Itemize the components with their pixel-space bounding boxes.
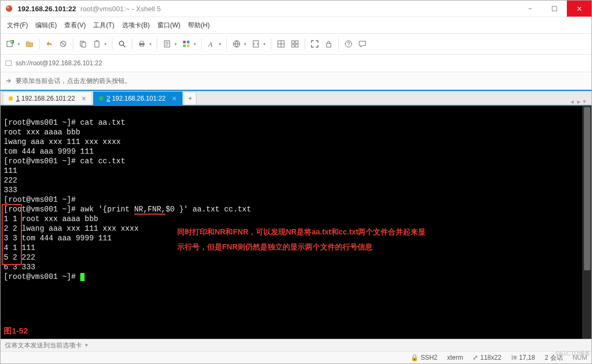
send-mode-text[interactable]: 仅将文本发送到当前选项卡 xyxy=(5,341,82,350)
address-text[interactable]: ssh://root@192.168.26.101:22 xyxy=(16,59,102,67)
tab-close-icon[interactable]: ✕ xyxy=(172,95,177,102)
status-size: ⤢118x22 xyxy=(473,354,501,361)
annotation-text-1: 同时打印和NR和FNR，可以发现NR是将aa.txt和cc.txt两个文件合并起… xyxy=(177,226,426,238)
scroll-thumb[interactable] xyxy=(584,107,590,270)
paste-icon[interactable] xyxy=(90,37,103,50)
tab-1[interactable]: 1 192.168.26.101:22 ✕ xyxy=(3,92,92,105)
menu-tabs[interactable]: 选项卡(B) xyxy=(120,20,152,31)
search-icon[interactable] xyxy=(116,37,128,50)
terminal[interactable]: [root@vms001 ~]# cat aa.txt root xxx aaa… xyxy=(1,106,582,339)
dropdown-icon[interactable]: ▾ xyxy=(194,42,198,47)
menubar: 文件(F) 编辑(E) 查看(V) 工具(T) 选项卡(B) 窗口(W) 帮助(… xyxy=(1,17,591,34)
term-line: lwang aaa xxx 111 xxx xxxx xyxy=(4,138,120,146)
svg-rect-24 xyxy=(292,44,294,47)
tab-close-icon[interactable]: ✕ xyxy=(81,95,86,102)
fullscreen-icon[interactable] xyxy=(308,37,321,50)
title-sub: root@vms001:~ - Xshell 5 xyxy=(80,5,161,13)
dropdown-icon[interactable]: ▾ xyxy=(149,42,154,47)
new-session-icon[interactable] xyxy=(4,37,17,50)
menu-view[interactable]: 查看(V) xyxy=(62,20,88,31)
svg-text:?: ? xyxy=(347,41,351,47)
svg-rect-11 xyxy=(140,41,143,43)
terminal-area: [root@vms001 ~]# cat aa.txt root xxx aaa… xyxy=(1,106,591,339)
lock-icon[interactable] xyxy=(322,37,335,50)
tab-add-button[interactable]: + xyxy=(184,92,196,105)
svg-rect-15 xyxy=(187,41,189,43)
svg-rect-23 xyxy=(295,41,298,43)
status-term: xterm xyxy=(447,354,463,361)
highlight-nr-fnr: NR,FNR, xyxy=(134,205,166,215)
tab-list-icon[interactable]: ▾ xyxy=(583,98,586,105)
tab-next-icon[interactable]: ► xyxy=(576,98,582,105)
svg-rect-29 xyxy=(6,61,12,66)
menu-file[interactable]: 文件(F) xyxy=(5,20,30,31)
svg-rect-7 xyxy=(95,41,99,47)
term-line: 4 1 111 xyxy=(4,244,35,252)
menu-window[interactable]: 窗口(W) xyxy=(155,20,183,31)
status-dot-icon xyxy=(9,96,13,101)
app-icon xyxy=(5,4,13,13)
properties-icon[interactable] xyxy=(161,37,173,50)
maximize-button[interactable]: ☐ xyxy=(542,1,567,17)
svg-rect-6 xyxy=(82,42,86,47)
dropdown-icon[interactable]: ▾ xyxy=(174,42,179,47)
dropdown-icon[interactable]: ▾ xyxy=(18,42,22,47)
scrollbar[interactable] xyxy=(582,106,591,339)
script-icon[interactable] xyxy=(249,37,262,50)
term-line: 2 2 lwang aaa xxx 111 xxx xxxx xyxy=(4,224,139,233)
copy-icon[interactable] xyxy=(77,37,89,50)
status-caps: NUM©51CTO博客 xyxy=(573,354,587,361)
session-icon xyxy=(5,59,12,67)
help-icon[interactable]: ? xyxy=(342,37,355,50)
term-line: [root@vms001 ~]# xyxy=(4,195,75,204)
title-host: 192.168.26.101:22 xyxy=(18,5,76,13)
tab-2-active[interactable]: 2 192.168.26.101:22 ✕ xyxy=(93,92,183,105)
open-icon[interactable] xyxy=(23,37,36,50)
term-line: [root@vms001 ~]# cat cc.txt xyxy=(4,157,125,165)
close-button[interactable]: ✕ xyxy=(567,1,591,17)
disconnect-icon[interactable] xyxy=(57,37,70,50)
menu-tools[interactable]: 工具(T) xyxy=(91,20,116,31)
hint-bar: 要添加当前会话，点击左侧的箭头按钮。 xyxy=(1,72,591,90)
menu-help[interactable]: 帮助(H) xyxy=(186,20,212,31)
print-icon[interactable] xyxy=(135,37,148,50)
tab-nav: ◄ ► ▾ xyxy=(569,98,589,105)
annotation-text-2: 示行号，但是FNR则仍然是独立的显示两个文件的行号信息 xyxy=(177,241,373,253)
term-line: 111 xyxy=(4,166,17,175)
term-line: 1 1 root xxx aaaa bbb xyxy=(4,215,98,223)
menu-edit[interactable]: 编辑(E) xyxy=(33,20,59,31)
chat-icon[interactable] xyxy=(356,37,369,50)
lock-icon: 🔒 xyxy=(411,354,419,361)
tile-icon[interactable] xyxy=(289,37,301,50)
term-line: 5 2 222 xyxy=(4,253,35,262)
arrow-icon[interactable] xyxy=(5,77,12,85)
svg-rect-17 xyxy=(187,44,189,47)
svg-rect-26 xyxy=(327,43,331,47)
svg-rect-8 xyxy=(96,40,98,42)
dropdown-icon[interactable]: ▾ xyxy=(104,42,109,47)
term-line: 222 xyxy=(4,176,17,185)
layout-icon[interactable] xyxy=(275,37,287,50)
term-line: [root@vms001 ~]# awk '{print NR,FNR,$0 }… xyxy=(4,205,251,215)
dropdown-icon[interactable]: ▾ xyxy=(244,42,248,47)
dropdown-icon[interactable]: ▼ xyxy=(84,343,89,348)
app-window: 192.168.26.101:22 root@vms001:~ - Xshell… xyxy=(0,0,592,364)
svg-rect-14 xyxy=(183,41,186,43)
color-icon[interactable] xyxy=(180,37,193,50)
term-line: [root@vms001 ~]# xyxy=(4,272,85,281)
send-bar: 仅将文本发送到当前选项卡 ▼ xyxy=(1,339,591,351)
svg-rect-12 xyxy=(140,45,143,47)
term-line: 333 xyxy=(4,186,17,194)
term-line: root xxx aaaa bbb xyxy=(4,128,80,136)
minimize-button[interactable]: － xyxy=(518,1,542,17)
toolbar: ▾ ▾ ▾ ▾ ▾ A ▾ ▾ ▾ ? xyxy=(1,34,591,55)
tab-prev-icon[interactable]: ◄ xyxy=(569,98,575,105)
dropdown-icon[interactable]: ▾ xyxy=(263,42,268,47)
dropdown-icon[interactable]: ▾ xyxy=(219,42,223,47)
term-line: 3 3 tom 444 aaa 9999 111 xyxy=(4,234,112,242)
font-icon[interactable]: A xyxy=(205,37,218,50)
globe-icon[interactable] xyxy=(230,37,243,50)
watermark: ©51CTO博客 xyxy=(556,350,590,358)
svg-rect-25 xyxy=(295,44,298,47)
reconnect-icon[interactable] xyxy=(43,37,56,50)
